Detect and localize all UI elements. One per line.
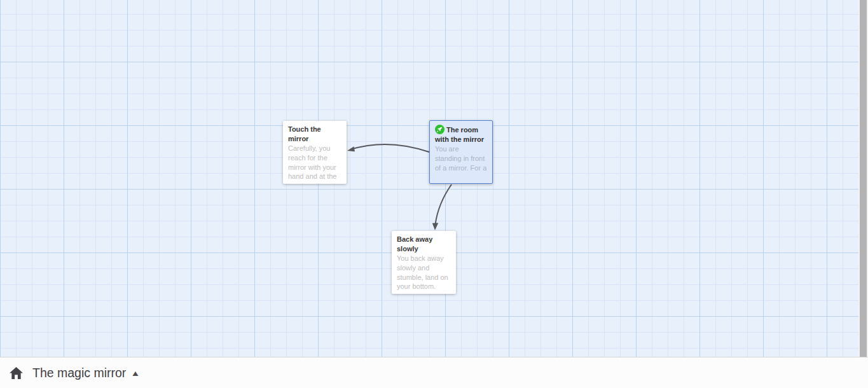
passage-excerpt: You back away slowly and stumble, land o… (397, 254, 451, 291)
passage-card-touch-the-mirror[interactable]: Touch the mirror Carefully, you reach fo… (283, 121, 347, 184)
home-icon (9, 366, 24, 380)
caret-up-icon: ▲ (131, 369, 141, 378)
story-map-canvas[interactable]: Touch the mirror Carefully, you reach fo… (0, 0, 868, 357)
passage-title: The room with the mirror (435, 125, 487, 144)
passage-excerpt: Carefully, you reach for the mirror with… (288, 144, 341, 181)
story-title-label: The magic mirror (32, 366, 126, 380)
start-passage-rocket-icon (435, 125, 444, 134)
bottom-toolbar: The magic mirror ▲ Testen (0, 357, 868, 388)
passage-title: Back away slowly (397, 235, 451, 253)
story-title-menu[interactable]: The magic mirror ▲ (32, 366, 139, 380)
vertical-scrollbar[interactable] (858, 0, 868, 357)
scrollbar-thumb[interactable] (860, 0, 867, 357)
passage-card-the-room-with-the-mirror[interactable]: The room with the mirror You are standin… (429, 120, 493, 184)
passage-card-back-away-slowly[interactable]: Back away slowly You back away slowly an… (392, 231, 456, 294)
passage-excerpt: You are standing in front of a mirror. F… (435, 144, 487, 172)
passage-title: Touch the mirror (288, 125, 341, 143)
home-button[interactable] (8, 366, 24, 381)
